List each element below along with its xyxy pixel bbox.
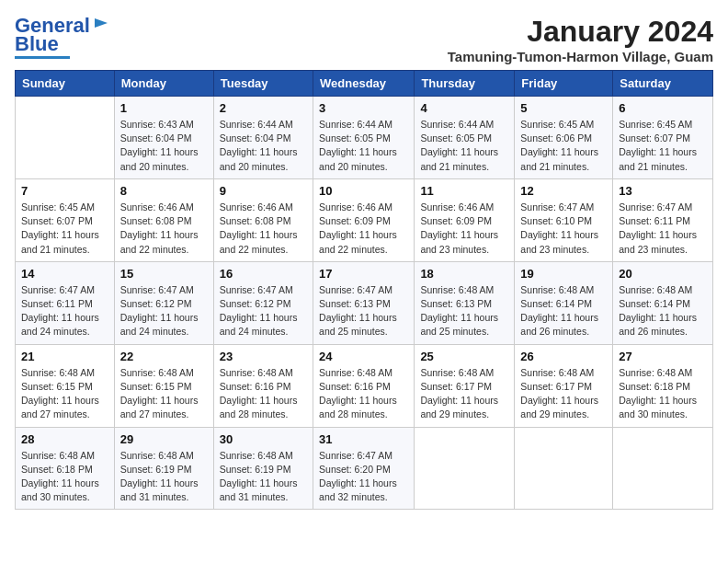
calendar-week-row: 14Sunrise: 6:47 AM Sunset: 6:11 PM Dayli…	[16, 261, 713, 344]
calendar-day-cell: 30Sunrise: 6:48 AM Sunset: 6:19 PM Dayli…	[213, 427, 313, 510]
calendar-day-cell	[415, 427, 515, 510]
day-info: Sunrise: 6:47 AM Sunset: 6:13 PM Dayligh…	[319, 283, 408, 339]
day-number: 6	[619, 101, 707, 115]
logo-arrow-icon	[93, 15, 109, 35]
day-info: Sunrise: 6:45 AM Sunset: 6:07 PM Dayligh…	[619, 118, 707, 174]
day-number: 24	[319, 350, 408, 363]
calendar-day-cell: 9Sunrise: 6:46 AM Sunset: 6:08 PM Daylig…	[213, 178, 313, 261]
day-info: Sunrise: 6:47 AM Sunset: 6:12 PM Dayligh…	[220, 283, 307, 339]
calendar-day-cell	[16, 97, 115, 179]
day-info: Sunrise: 6:48 AM Sunset: 6:13 PM Dayligh…	[420, 283, 508, 339]
day-number: 14	[21, 267, 108, 281]
calendar-day-cell: 25Sunrise: 6:48 AM Sunset: 6:17 PM Dayli…	[415, 344, 515, 427]
day-number: 9	[220, 184, 307, 198]
day-info: Sunrise: 6:48 AM Sunset: 6:16 PM Dayligh…	[220, 366, 307, 422]
day-number: 26	[520, 350, 607, 363]
day-info: Sunrise: 6:44 AM Sunset: 6:05 PM Dayligh…	[420, 118, 508, 174]
day-number: 12	[520, 184, 607, 198]
location-subtitle: Tamuning-Tumon-Harmon Village, Guam	[448, 49, 713, 64]
day-number: 5	[520, 101, 607, 115]
day-info: Sunrise: 6:48 AM Sunset: 6:19 PM Dayligh…	[120, 449, 208, 505]
day-of-week-header: Wednesday	[313, 71, 415, 97]
day-info: Sunrise: 6:48 AM Sunset: 6:17 PM Dayligh…	[420, 366, 508, 422]
day-of-week-header: Friday	[515, 71, 613, 97]
day-of-week-header: Tuesday	[213, 71, 313, 97]
calendar-header-row: SundayMondayTuesdayWednesdayThursdayFrid…	[16, 71, 713, 97]
day-number: 11	[420, 184, 508, 198]
day-number: 31	[319, 432, 408, 446]
day-info: Sunrise: 6:48 AM Sunset: 6:14 PM Dayligh…	[619, 283, 707, 339]
calendar-day-cell: 31Sunrise: 6:47 AM Sunset: 6:20 PM Dayli…	[313, 427, 415, 510]
day-info: Sunrise: 6:45 AM Sunset: 6:07 PM Dayligh…	[21, 201, 108, 257]
calendar-day-cell: 22Sunrise: 6:48 AM Sunset: 6:15 PM Dayli…	[114, 344, 213, 427]
day-number: 2	[220, 101, 307, 115]
calendar-week-row: 1Sunrise: 6:43 AM Sunset: 6:04 PM Daylig…	[16, 97, 713, 179]
calendar-day-cell: 23Sunrise: 6:48 AM Sunset: 6:16 PM Dayli…	[213, 344, 313, 427]
calendar-day-cell: 8Sunrise: 6:46 AM Sunset: 6:08 PM Daylig…	[114, 178, 213, 261]
day-info: Sunrise: 6:48 AM Sunset: 6:18 PM Dayligh…	[619, 366, 707, 422]
day-info: Sunrise: 6:45 AM Sunset: 6:06 PM Dayligh…	[520, 118, 607, 174]
calendar-day-cell: 13Sunrise: 6:47 AM Sunset: 6:11 PM Dayli…	[613, 178, 713, 261]
calendar-week-row: 21Sunrise: 6:48 AM Sunset: 6:15 PM Dayli…	[16, 344, 713, 427]
day-number: 13	[619, 184, 707, 198]
calendar-body: 1Sunrise: 6:43 AM Sunset: 6:04 PM Daylig…	[16, 97, 713, 510]
calendar-day-cell: 19Sunrise: 6:48 AM Sunset: 6:14 PM Dayli…	[515, 261, 613, 344]
day-number: 29	[120, 432, 208, 446]
calendar-week-row: 7Sunrise: 6:45 AM Sunset: 6:07 PM Daylig…	[16, 178, 713, 261]
day-number: 10	[319, 184, 408, 198]
day-info: Sunrise: 6:46 AM Sunset: 6:09 PM Dayligh…	[420, 201, 508, 257]
calendar-week-row: 28Sunrise: 6:48 AM Sunset: 6:18 PM Dayli…	[16, 427, 713, 510]
day-info: Sunrise: 6:43 AM Sunset: 6:04 PM Dayligh…	[120, 118, 208, 174]
calendar-day-cell: 28Sunrise: 6:48 AM Sunset: 6:18 PM Dayli…	[16, 427, 115, 510]
calendar-day-cell: 5Sunrise: 6:45 AM Sunset: 6:06 PM Daylig…	[515, 97, 613, 179]
day-number: 3	[319, 101, 408, 115]
day-number: 21	[21, 350, 108, 363]
calendar-day-cell: 20Sunrise: 6:48 AM Sunset: 6:14 PM Dayli…	[613, 261, 713, 344]
day-number: 4	[420, 101, 508, 115]
day-info: Sunrise: 6:47 AM Sunset: 6:10 PM Dayligh…	[520, 201, 607, 257]
day-number: 16	[220, 267, 307, 281]
day-info: Sunrise: 6:46 AM Sunset: 6:08 PM Dayligh…	[220, 201, 307, 257]
calendar-day-cell: 10Sunrise: 6:46 AM Sunset: 6:09 PM Dayli…	[313, 178, 415, 261]
day-number: 28	[21, 432, 108, 446]
day-number: 8	[120, 184, 208, 198]
calendar-table: SundayMondayTuesdayWednesdayThursdayFrid…	[15, 70, 713, 510]
calendar-day-cell: 16Sunrise: 6:47 AM Sunset: 6:12 PM Dayli…	[213, 261, 313, 344]
day-info: Sunrise: 6:48 AM Sunset: 6:18 PM Dayligh…	[21, 449, 108, 505]
calendar-day-cell: 27Sunrise: 6:48 AM Sunset: 6:18 PM Dayli…	[613, 344, 713, 427]
day-number: 19	[520, 267, 607, 281]
day-info: Sunrise: 6:47 AM Sunset: 6:11 PM Dayligh…	[21, 283, 108, 339]
logo: General Blue	[15, 15, 109, 59]
day-info: Sunrise: 6:47 AM Sunset: 6:12 PM Dayligh…	[120, 283, 208, 339]
day-info: Sunrise: 6:48 AM Sunset: 6:17 PM Dayligh…	[520, 366, 607, 422]
calendar-day-cell: 29Sunrise: 6:48 AM Sunset: 6:19 PM Dayli…	[114, 427, 213, 510]
logo-line	[15, 56, 70, 59]
calendar-day-cell: 2Sunrise: 6:44 AM Sunset: 6:04 PM Daylig…	[213, 97, 313, 179]
calendar-day-cell: 21Sunrise: 6:48 AM Sunset: 6:15 PM Dayli…	[16, 344, 115, 427]
calendar-day-cell: 24Sunrise: 6:48 AM Sunset: 6:16 PM Dayli…	[313, 344, 415, 427]
page-header: General Blue January 2024 Tamuning-Tumon…	[15, 15, 713, 64]
calendar-day-cell: 18Sunrise: 6:48 AM Sunset: 6:13 PM Dayli…	[415, 261, 515, 344]
day-info: Sunrise: 6:48 AM Sunset: 6:15 PM Dayligh…	[21, 366, 108, 422]
day-info: Sunrise: 6:44 AM Sunset: 6:04 PM Dayligh…	[220, 118, 307, 174]
day-number: 20	[619, 267, 707, 281]
day-number: 18	[420, 267, 508, 281]
day-info: Sunrise: 6:44 AM Sunset: 6:05 PM Dayligh…	[319, 118, 408, 174]
month-title: January 2024	[448, 15, 713, 49]
calendar-day-cell: 4Sunrise: 6:44 AM Sunset: 6:05 PM Daylig…	[415, 97, 515, 179]
day-info: Sunrise: 6:46 AM Sunset: 6:08 PM Dayligh…	[120, 201, 208, 257]
calendar-day-cell: 1Sunrise: 6:43 AM Sunset: 6:04 PM Daylig…	[114, 97, 213, 179]
calendar-day-cell: 11Sunrise: 6:46 AM Sunset: 6:09 PM Dayli…	[415, 178, 515, 261]
day-number: 27	[619, 350, 707, 363]
calendar-day-cell: 3Sunrise: 6:44 AM Sunset: 6:05 PM Daylig…	[313, 97, 415, 179]
calendar-day-cell: 6Sunrise: 6:45 AM Sunset: 6:07 PM Daylig…	[613, 97, 713, 179]
title-section: January 2024 Tamuning-Tumon-Harmon Villa…	[448, 15, 713, 64]
day-info: Sunrise: 6:46 AM Sunset: 6:09 PM Dayligh…	[319, 201, 408, 257]
day-number: 1	[120, 101, 208, 115]
day-number: 23	[220, 350, 307, 363]
calendar-day-cell: 26Sunrise: 6:48 AM Sunset: 6:17 PM Dayli…	[515, 344, 613, 427]
day-of-week-header: Sunday	[16, 71, 115, 97]
day-info: Sunrise: 6:47 AM Sunset: 6:20 PM Dayligh…	[319, 449, 408, 505]
day-of-week-header: Thursday	[415, 71, 515, 97]
day-number: 30	[220, 432, 307, 446]
